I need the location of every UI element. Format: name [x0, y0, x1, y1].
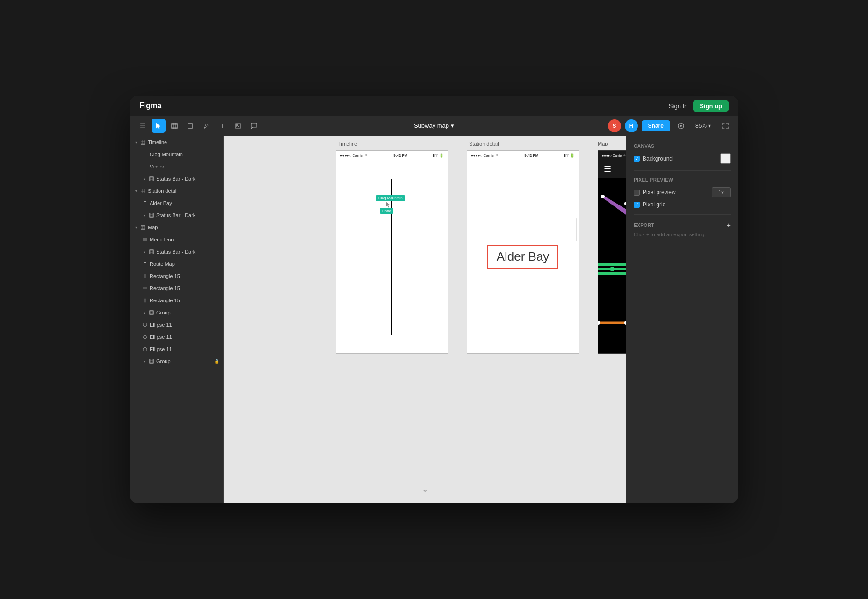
- comment-tool-button[interactable]: [247, 119, 261, 133]
- pixel-preview-value[interactable]: 1x: [712, 187, 731, 197]
- layer-timeline[interactable]: ▾ Timeline: [130, 136, 223, 148]
- pixel-grid-checkbox[interactable]: ✓: [634, 202, 640, 208]
- layer-status-dark-3[interactable]: ▸ Status Bar - Dark: [130, 246, 223, 258]
- layer-group2[interactable]: ▸ Group 🔒: [130, 355, 223, 367]
- text-icon-2: T: [142, 200, 148, 206]
- rect-horiz-icon: [142, 285, 148, 291]
- canvas-area[interactable]: Timeline Station detail Map ●●●●○ Carrie…: [224, 136, 626, 503]
- layer-group1[interactable]: ▸ Group: [130, 307, 223, 319]
- layer-ellipse-2-label: Ellipse 11: [150, 334, 219, 340]
- layer-rect15-1[interactable]: Rectangle 15: [130, 270, 223, 282]
- layer-status-dark-2[interactable]: ▸ Status Bar - Dark: [130, 209, 223, 221]
- share-button[interactable]: Share: [642, 120, 670, 131]
- divider-1: [634, 170, 731, 171]
- frame-icon-6: [149, 249, 154, 255]
- chevron-down-icon: ▾: [134, 140, 138, 145]
- component-icon: [142, 237, 148, 242]
- layer-group2-label: Group: [156, 358, 212, 364]
- svg-rect-45: [143, 288, 147, 289]
- layer-rect15-1-label: Rectangle 15: [150, 273, 219, 279]
- pixel-preview-label: Pixel preview: [634, 189, 676, 196]
- svg-point-9: [680, 125, 682, 127]
- figma-logo: Figma: [139, 102, 161, 110]
- layer-vector[interactable]: Vector: [130, 161, 223, 173]
- map-content: Sean: [598, 178, 626, 353]
- screen-wrapper: Figma Sign In Sign up ☰: [130, 96, 738, 503]
- background-checkbox[interactable]: ✓: [634, 156, 640, 162]
- svg-point-53: [143, 335, 147, 339]
- svg-rect-6: [235, 124, 241, 128]
- frame-label-timeline: Timeline: [338, 141, 357, 146]
- layer-map[interactable]: ▾ Map: [130, 221, 223, 234]
- signin-button[interactable]: Sign In: [669, 102, 687, 110]
- ellipse-icon-2: [142, 334, 148, 340]
- layers-panel: ▾ Timeline T: [130, 136, 224, 503]
- svg-rect-46: [145, 299, 145, 303]
- clog-mountain-overlay: Clog Mountain: [376, 195, 405, 201]
- zoom-control[interactable]: 85% ▾: [692, 121, 715, 131]
- text-tool-button[interactable]: T: [215, 119, 229, 133]
- layer-ellipse-3[interactable]: Ellipse 11: [130, 343, 223, 355]
- layer-ellipse-1[interactable]: Ellipse 11: [130, 319, 223, 331]
- layer-rect15-3-label: Rectangle 15: [150, 298, 219, 303]
- chevron-down-icon-3: ▾: [134, 225, 138, 230]
- group-icon: [149, 310, 154, 315]
- layer-status-dark-1[interactable]: ▸ Status Bar - Dark: [130, 173, 223, 185]
- right-panel: CANVAS ✓ Background PIXEL PREVIEW Pixel …: [626, 136, 738, 503]
- frame-tool-button[interactable]: [167, 119, 181, 133]
- pen-tool-button[interactable]: [199, 119, 213, 133]
- avatar-s: S: [608, 119, 621, 132]
- shape-tool-button[interactable]: [183, 119, 197, 133]
- layer-rect15-2[interactable]: Rectangle 15: [130, 282, 223, 294]
- background-color-swatch[interactable]: [720, 153, 731, 164]
- pixel-preview-row: Pixel preview 1x: [634, 187, 731, 197]
- rect-vert-icon-2: [142, 298, 148, 303]
- svg-point-77: [624, 321, 626, 325]
- layer-status-dark-1-label: Status Bar - Dark: [156, 176, 219, 182]
- export-hint: Click + to add an export setting.: [634, 232, 731, 237]
- cursor-tool-button[interactable]: [152, 119, 166, 133]
- layer-ellipse-2[interactable]: Ellipse 11: [130, 331, 223, 343]
- vector-icon: [142, 164, 148, 169]
- background-row: ✓ Background: [634, 153, 731, 164]
- layer-alder-bay[interactable]: T Alder Bay: [130, 197, 223, 209]
- svg-rect-16: [150, 177, 154, 181]
- layer-clog-mountain[interactable]: T Clog Mountain: [130, 148, 223, 161]
- frame-icon: [140, 139, 146, 145]
- svg-rect-31: [141, 226, 145, 230]
- pixel-preview-checkbox[interactable]: [634, 190, 640, 196]
- subway-map-svg: [598, 178, 626, 351]
- timeline-vertical-line: [391, 179, 392, 335]
- lock-icon: 🔒: [214, 359, 219, 364]
- layer-station-detail[interactable]: ▾ Station detail: [130, 185, 223, 197]
- ellipse-icon: [142, 322, 148, 328]
- svg-rect-55: [150, 359, 154, 364]
- map-phone-frame: ●●●●○ Carrier ᯤ 9:42 PM ▮▯▯ 🔋 ☰ Route Ma…: [598, 150, 626, 354]
- present-button[interactable]: [674, 119, 688, 133]
- signup-button[interactable]: Sign up: [693, 100, 729, 112]
- image-tool-button[interactable]: [231, 119, 245, 133]
- export-add-button[interactable]: +: [727, 221, 731, 229]
- layer-route-map[interactable]: T Route Map: [130, 258, 223, 270]
- svg-point-70: [610, 267, 615, 271]
- toolbar-right: S H Share 85% ▾: [608, 119, 732, 133]
- svg-rect-21: [141, 189, 145, 193]
- layer-group1-label: Group: [156, 310, 219, 315]
- browser-bar: Figma Sign In Sign up: [130, 96, 738, 116]
- layer-ellipse-3-label: Ellipse 11: [150, 346, 219, 352]
- layer-menu-icon-label: Menu Icon: [150, 237, 219, 242]
- map-status-bar: ●●●●○ Carrier ᯤ 9:42 PM ▮▯▯ 🔋: [598, 151, 626, 160]
- svg-point-52: [143, 323, 147, 327]
- svg-rect-39: [150, 250, 154, 254]
- document-title[interactable]: Subway map ▾: [414, 122, 454, 129]
- fullscreen-button[interactable]: [718, 119, 732, 133]
- menu-tool-button[interactable]: ☰: [136, 119, 150, 133]
- frame-icon-2: [149, 176, 154, 182]
- layer-alder-bay-label: Alder Bay: [150, 200, 219, 206]
- canvas-section-title: CANVAS: [634, 144, 731, 149]
- scroll-down-indicator[interactable]: ⌄: [422, 485, 428, 494]
- main-layout: ▾ Timeline T: [130, 136, 738, 503]
- layer-rect15-3[interactable]: Rectangle 15: [130, 294, 223, 307]
- layer-menu-icon[interactable]: Menu Icon: [130, 234, 223, 246]
- chevron-right-icon-2: ▸: [142, 213, 147, 218]
